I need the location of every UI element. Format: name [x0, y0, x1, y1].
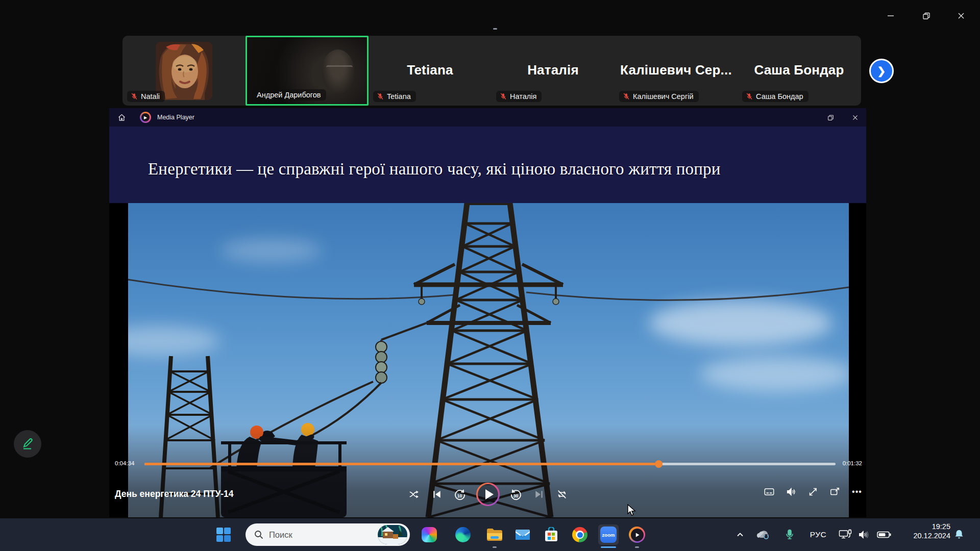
zoom-icon: zoom	[600, 527, 617, 543]
subtitles-icon[interactable]	[763, 486, 775, 498]
rewind-10-icon[interactable]: 10	[453, 487, 467, 502]
mic-muted-icon	[377, 92, 384, 101]
start-icon	[216, 527, 231, 542]
previous-track-icon[interactable]	[430, 487, 444, 502]
volume-icon[interactable]	[785, 486, 797, 498]
minimize-icon[interactable]	[882, 7, 899, 24]
media-player-icon	[629, 527, 645, 543]
participant-tile-tetiana[interactable]: Tetiana Tetiana	[369, 36, 492, 106]
mini-player-icon[interactable]	[829, 486, 841, 498]
chevron-right-icon: ❯	[877, 65, 886, 77]
restore-icon[interactable]	[918, 7, 935, 24]
rewind-10-label: 10	[453, 493, 467, 498]
participant-tile-andrey[interactable]: Андрей Дарибогов	[246, 36, 369, 106]
playback-controls: 10 30	[407, 482, 569, 507]
taskbar: zoom РУС 19:25 20.12.2024	[0, 518, 980, 551]
participant-tile-natalia[interactable]: Наталія Наталія	[492, 36, 615, 106]
home-icon[interactable]	[114, 110, 129, 124]
participant-tile-sasha[interactable]: Саша Бондар Саша Бондар	[738, 36, 861, 106]
avatar	[156, 42, 212, 100]
search-icon	[254, 530, 264, 540]
chrome-icon	[572, 527, 587, 542]
annotate-button[interactable]	[14, 430, 41, 458]
file-explorer-icon	[486, 528, 503, 541]
participant-name: Natali	[141, 92, 160, 101]
app-title: Media Player	[157, 114, 194, 121]
battery-icon[interactable]	[876, 527, 892, 543]
media-player-logo: ▶	[140, 112, 151, 123]
participant-name-badge: Наталія	[496, 91, 542, 102]
desktop: Natali Андрей Дарибогов Tetiana Tetiana …	[0, 0, 980, 551]
play-button[interactable]	[476, 482, 500, 507]
store-icon	[544, 527, 558, 542]
participant-strip: Natali Андрей Дарибогов Tetiana Tetiana …	[122, 36, 861, 106]
volume-icon[interactable]	[856, 527, 871, 543]
onedrive-icon[interactable]	[756, 527, 770, 543]
search-input[interactable]	[269, 530, 366, 540]
participant-big-name: Tetiana	[369, 62, 492, 78]
seek-fill	[144, 463, 658, 465]
tray-chevron-up-icon[interactable]	[734, 527, 746, 543]
close-icon[interactable]	[849, 111, 861, 123]
zoom-button[interactable]: zoom	[598, 524, 619, 545]
forward-30-label: 30	[509, 493, 523, 498]
network-display-icon[interactable]	[838, 527, 852, 543]
mail-button[interactable]	[512, 524, 533, 545]
next-participants-button[interactable]: ❯	[869, 59, 894, 83]
seek-bar[interactable]	[144, 463, 836, 465]
participant-name-badge: Андрей Дарибогов	[252, 89, 326, 101]
copilot-button[interactable]	[419, 524, 439, 545]
edge-icon	[455, 527, 471, 542]
next-track-icon[interactable]	[532, 487, 546, 502]
copilot-icon	[422, 527, 437, 542]
forward-30-icon[interactable]: 30	[509, 487, 523, 502]
clock-date: 20.12.2024	[894, 531, 950, 540]
taskbar-clock[interactable]: 19:25 20.12.2024	[894, 522, 950, 540]
mail-icon	[515, 529, 530, 541]
media-player-titlebar: ▶ Media Player	[109, 108, 866, 127]
media-player-button[interactable]	[627, 524, 647, 545]
more-icon[interactable]: •••	[851, 486, 863, 498]
restore-icon[interactable]	[824, 111, 837, 123]
search-highlight-image[interactable]	[378, 525, 407, 544]
participant-tile-natali[interactable]: Natali	[122, 36, 246, 106]
seek-handle[interactable]	[655, 460, 663, 468]
mic-muted-icon	[746, 92, 753, 101]
repeat-off-icon[interactable]	[555, 487, 569, 502]
participant-name: Tetiana	[387, 92, 411, 101]
mic-muted-icon	[623, 92, 630, 101]
clock-time: 19:25	[894, 522, 950, 531]
participant-name: Наталія	[510, 92, 536, 101]
store-button[interactable]	[541, 524, 561, 545]
participant-big-name: Саша Бондар	[738, 62, 861, 78]
media-player-window: Енергетики — це справжні герої нашого ча…	[109, 108, 866, 517]
edge-button[interactable]	[453, 524, 473, 545]
start-button[interactable]	[213, 524, 234, 545]
participant-name: Калішевич Сергій	[633, 92, 694, 101]
elapsed-time: 0:04:34	[115, 460, 134, 466]
chrome-button[interactable]	[570, 524, 590, 545]
video-frame[interactable]	[128, 203, 849, 517]
mic-muted-icon	[500, 92, 507, 101]
close-icon[interactable]	[952, 7, 970, 24]
fullscreen-icon[interactable]	[807, 486, 819, 498]
participant-big-name: Наталія	[492, 62, 615, 78]
participant-name-badge: Natali	[127, 91, 165, 102]
participant-tile-kalishevych[interactable]: Калішевич Сер... Калішевич Сергій	[615, 36, 738, 106]
participant-big-name: Калішевич Сер...	[615, 62, 738, 78]
participant-name: Андрей Дарибогов	[257, 91, 321, 99]
slide-text-line: Енергетики — це справжні герої нашого ча…	[148, 157, 857, 181]
player-secondary-controls: •••	[763, 486, 863, 498]
participant-name: Саша Бондар	[756, 92, 803, 101]
mouse-cursor	[627, 504, 638, 518]
participant-name-badge: Tetiana	[373, 91, 416, 102]
participant-name-badge: Саша Бондар	[742, 91, 808, 102]
notification-bell-icon[interactable]	[952, 527, 966, 543]
microphone-icon[interactable]	[783, 527, 796, 543]
participant-name-badge: Калішевич Сергій	[619, 91, 699, 102]
taskbar-search[interactable]	[246, 523, 410, 546]
file-explorer-button[interactable]	[484, 524, 505, 545]
shuffle-icon[interactable]	[407, 487, 421, 502]
language-indicator[interactable]: РУС	[805, 527, 831, 543]
pencil-icon	[20, 437, 35, 451]
